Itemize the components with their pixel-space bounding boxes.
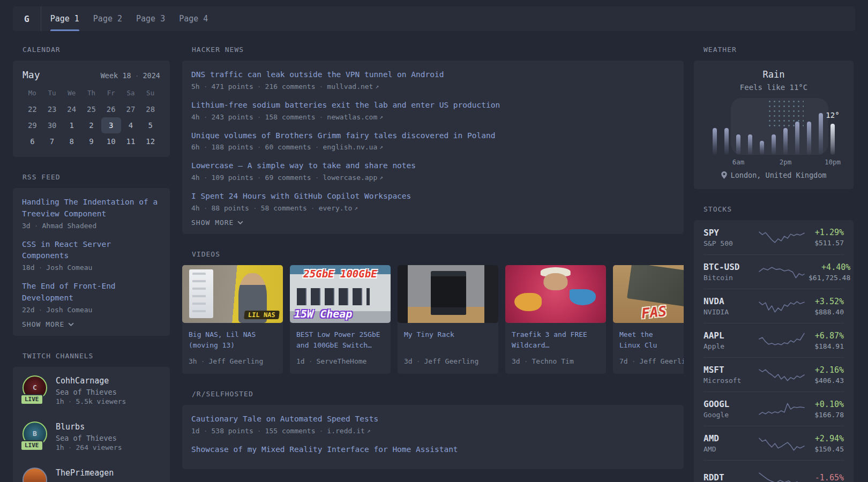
news-item-title[interactable]: Lithium-free sodium batteries exit the l… xyxy=(191,100,500,111)
stock-row[interactable]: SPY S&P 500 +1.29% $511.57 xyxy=(704,220,844,254)
tab-page-4[interactable]: Page 4 xyxy=(179,6,208,31)
video-thumbnail[interactable]: LIL NAS xyxy=(182,265,283,323)
item-source-link[interactable]: english.nv.ua↗ xyxy=(323,143,383,151)
stock-sparkline xyxy=(758,263,805,281)
reddit-item: Showcase of my Mixed Reality Interface f… xyxy=(191,444,675,456)
video-title[interactable]: Meet the Linux Clu xyxy=(619,329,684,352)
video-card[interactable]: Traefik 3 and FREE Wildcard… 3dTechno Ti… xyxy=(505,265,606,374)
day-cell: 5 xyxy=(140,117,160,133)
stock-row[interactable]: RDDT -1.65% xyxy=(704,460,844,482)
item-source-link[interactable]: every.to↗ xyxy=(319,204,358,212)
twitch-channel-row[interactable]: ThePrimeagen xyxy=(23,468,160,482)
stock-identity: NVDA NVIDIA xyxy=(704,296,755,316)
item-comments: 155 comments xyxy=(265,427,316,435)
weather-location[interactable]: London, United Kingdom xyxy=(705,171,843,179)
left-column: CALENDAR May Week 182024 Mo Tu We Th Fr xyxy=(13,46,170,482)
stock-row[interactable]: MSFT Microsoft +2.16% $406.43 xyxy=(704,357,844,391)
twitch-channel-row[interactable]: B LIVE Blurbs Sea of Thieves 1h264 viewe… xyxy=(23,421,160,451)
hackernews-show-more-button[interactable]: SHOW MORE xyxy=(191,219,243,227)
video-card[interactable]: 25GbE 100GbE 15W Cheap BEST Low Power 25… xyxy=(290,265,391,374)
stock-name: AMD xyxy=(704,445,755,453)
stock-row[interactable]: NVDA NVIDIA +3.52% $888.40 xyxy=(704,289,844,323)
reddit-item-title[interactable]: Showcase of my Mixed Reality Interface f… xyxy=(191,444,458,456)
rss-show-more-button[interactable]: SHOW MORE xyxy=(22,320,74,328)
time-tick: 6am xyxy=(732,158,745,166)
video-channel: Jeff Geerling xyxy=(208,357,263,365)
item-points: 538 points xyxy=(211,427,253,435)
stock-change: +4.40% xyxy=(809,262,850,272)
item-domain: every.to xyxy=(319,204,353,212)
item-time: 22d xyxy=(22,306,34,314)
twitch-channel-row[interactable]: C LIVE CohhCarnage Sea of Thieves 1h5.5k… xyxy=(23,375,160,405)
rss-item-title[interactable]: The End of Front-End Development xyxy=(22,281,161,304)
hackernews-card: DNS traffic can leak outside the VPN tun… xyxy=(182,61,684,234)
video-info: Big NAS, Lil NAS (moving 13) 3hJeff Geer… xyxy=(182,323,283,374)
item-source-link[interactable]: mullvad.net↗ xyxy=(327,82,379,91)
video-info: Meet the Linux Clu 7dJeff Geerling xyxy=(613,323,684,374)
stock-row[interactable]: GOOGL Google +0.10% $166.78 xyxy=(704,391,844,426)
rss-widget: RSS FEED Handling The Indentation of a T… xyxy=(13,173,170,336)
stock-row[interactable]: AMD AMD +2.94% $150.45 xyxy=(704,426,844,460)
video-thumbnail[interactable]: FAS xyxy=(613,265,684,323)
stock-row[interactable]: AAPL Apple +6.87% $184.91 xyxy=(704,323,844,357)
item-domain: english.nv.ua xyxy=(323,143,378,151)
videos-widget: VIDEOS LIL NAS Big NAS, Lil NAS (moving … xyxy=(182,250,684,374)
video-title[interactable]: Traefik 3 and FREE Wildcard… xyxy=(512,329,600,352)
rss-item-title[interactable]: Handling The Indentation of a Treeview C… xyxy=(22,197,161,220)
video-card[interactable]: LIL NAS Big NAS, Lil NAS (moving 13) 3hJ… xyxy=(182,265,283,374)
news-item-title[interactable]: Lowercase – A simple way to take and sha… xyxy=(191,160,416,172)
video-title[interactable]: Big NAS, Lil NAS (moving 13) xyxy=(189,329,276,352)
stock-symbol: AMD xyxy=(704,433,755,443)
video-card[interactable]: FAS Meet the Linux Clu 7dJeff Geerling xyxy=(613,265,684,374)
thumbnail-caption: LIL NAS xyxy=(244,311,279,319)
stock-sparkline xyxy=(758,434,805,453)
video-channel: ServeTheHome xyxy=(316,357,366,365)
reddit-item-meta: 1d538 points155 commentsi.redd.it↗ xyxy=(191,427,675,435)
news-item-title[interactable]: I Spent 24 Hours with GitHub Copilot Wor… xyxy=(191,191,411,202)
temp-bar xyxy=(748,134,752,155)
video-channel: Techno Tim xyxy=(532,357,573,365)
separator-dot xyxy=(68,443,72,451)
news-item-meta: 4h109 points69 commentslowercase.app↗ xyxy=(191,174,675,182)
day-cell: 30 xyxy=(42,117,62,133)
item-source-link[interactable]: newatlas.com↗ xyxy=(327,113,383,121)
day-cell: 23 xyxy=(42,101,62,117)
news-item-title[interactable]: DNS traffic can leak outside the VPN tun… xyxy=(191,69,444,81)
video-thumbnail[interactable] xyxy=(505,265,606,323)
twitch-channel-info: ThePrimeagen xyxy=(56,468,114,479)
separator-dot xyxy=(315,143,319,151)
reddit-item-title[interactable]: Cautionary Tale on Automated Speed Tests xyxy=(191,413,378,425)
live-badge: LIVE xyxy=(20,440,43,451)
video-title[interactable]: My Tiny Rack xyxy=(404,329,492,352)
day-cell: 24 xyxy=(62,101,81,117)
video-thumbnail[interactable] xyxy=(398,265,498,323)
day-cell: 11 xyxy=(121,133,141,149)
item-source-link[interactable]: lowercase.app↗ xyxy=(323,174,383,182)
rss-item-title[interactable]: CSS in React Server Components xyxy=(22,239,161,262)
stock-values: +3.52% $888.40 xyxy=(809,297,844,316)
avatar-letter: C xyxy=(33,383,37,391)
day-cell: 4 xyxy=(121,117,141,133)
tab-page-1[interactable]: Page 1 xyxy=(50,6,79,31)
video-title[interactable]: BEST Low Power 25GbE and 100GbE Switch… xyxy=(296,329,384,352)
channel-meta: 1h264 viewers xyxy=(56,443,122,451)
app-logo[interactable]: G xyxy=(13,6,41,31)
video-card[interactable]: My Tiny Rack 3dJeff Geerling xyxy=(398,265,498,374)
separator-dot xyxy=(204,174,208,182)
tab-page-2[interactable]: Page 2 xyxy=(93,6,122,31)
calendar-month: May xyxy=(23,69,40,80)
separator-dot xyxy=(257,143,261,151)
widget-title-rss: RSS FEED xyxy=(23,173,170,181)
news-item: I Spent 24 Hours with GitHub Copilot Wor… xyxy=(191,191,675,212)
day-cell: 29 xyxy=(23,117,42,133)
video-thumbnail[interactable]: 25GbE 100GbE 15W Cheap xyxy=(290,265,391,323)
video-meta: 7dJeff Geerling xyxy=(619,357,684,365)
stock-row[interactable]: BTC-USD Bitcoin +4.40% $61,725.48 xyxy=(704,254,844,289)
tab-page-3[interactable]: Page 3 xyxy=(136,6,165,31)
news-item-title[interactable]: Unique volumes of Brothers Grimm fairy t… xyxy=(191,130,495,142)
avatar: C LIVE xyxy=(23,375,47,400)
day-cell: 22 xyxy=(23,101,42,117)
widget-title-stocks: STOCKS xyxy=(704,205,854,213)
item-source-link[interactable]: i.redd.it↗ xyxy=(327,427,370,435)
separator-dot xyxy=(257,113,261,121)
